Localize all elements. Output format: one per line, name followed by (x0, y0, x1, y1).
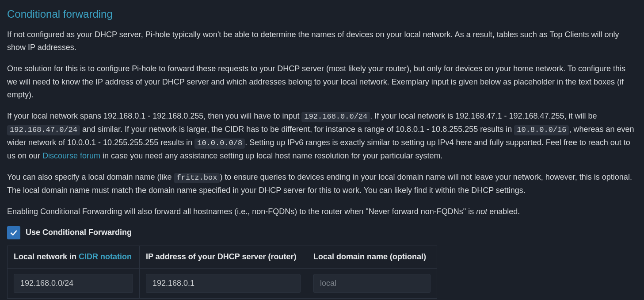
emphasis-not: not (476, 207, 487, 216)
code-cidr-3: 10.8.0.0/16 (514, 125, 569, 135)
conditional-forwarding-section: Conditional forwarding If not configured… (0, 0, 644, 300)
use-conditional-forwarding-row: Use Conditional Forwarding (7, 226, 637, 239)
local-domain-input[interactable] (313, 274, 431, 293)
local-network-input[interactable] (14, 274, 133, 293)
paragraph-cidr-explain: If your local network spans 192.168.0.1 … (7, 110, 637, 163)
discourse-forum-link[interactable]: Discourse forum (42, 151, 100, 160)
use-conditional-forwarding-checkbox[interactable] (7, 226, 20, 239)
text: . If your local network is 192.168.47.1 … (370, 112, 597, 120)
text: and similar. If your network is larger, … (80, 125, 514, 134)
header-local-domain: Local domain name (optional) (307, 246, 437, 269)
paragraph-forwarding-note: Enabling Conditional Forwarding will als… (7, 205, 637, 219)
conditional-forwarding-table: Local network in CIDR notation IP addres… (7, 246, 437, 299)
header-dhcp-ip: IP address of your DHCP server (router) (140, 246, 307, 269)
paragraph-intro-2: One solution for this is to configure Pi… (7, 62, 637, 102)
table-header-row: Local network in CIDR notation IP addres… (8, 246, 437, 269)
text: If your local network spans 192.168.0.1 … (7, 112, 301, 120)
code-cidr-1: 192.168.0.0/24 (301, 112, 370, 122)
section-heading: Conditional forwarding (7, 5, 637, 23)
text: in case you need any assistance setting … (100, 151, 442, 160)
text: enabled. (487, 207, 520, 216)
text: Enabling Conditional Forwarding will als… (7, 207, 476, 216)
code-fritzbox: fritz.box (174, 173, 220, 183)
text: You can also specify a local domain name… (7, 173, 174, 181)
header-local-network: Local network in CIDR notation (8, 246, 140, 269)
paragraph-local-domain: You can also specify a local domain name… (7, 171, 637, 197)
use-conditional-forwarding-label[interactable]: Use Conditional Forwarding (26, 226, 132, 239)
check-icon (9, 228, 18, 237)
code-cidr-2: 192.168.47.0/24 (7, 125, 80, 135)
code-cidr-4: 10.0.0.0/8 (194, 138, 245, 149)
cidr-notation-link[interactable]: CIDR notation (79, 252, 132, 261)
text: Local network in (14, 252, 79, 261)
dhcp-ip-input[interactable] (146, 274, 301, 293)
table-row (8, 268, 437, 298)
paragraph-intro-1: If not configured as your DHCP server, P… (7, 28, 637, 54)
